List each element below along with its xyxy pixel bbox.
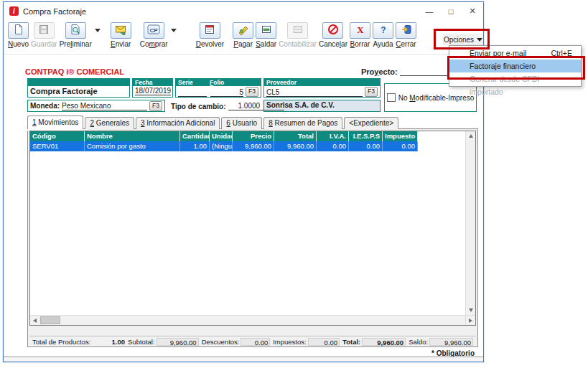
minimize-button[interactable]: — <box>419 2 440 20</box>
scroll-up-icon[interactable] <box>466 131 475 141</box>
contpaq-logo-icon: i <box>9 6 19 16</box>
grid-empty-area[interactable] <box>30 151 465 315</box>
horizontal-scrollbar[interactable] <box>30 315 465 325</box>
pagar-button[interactable]: Pagar <box>233 22 253 48</box>
preview-icon <box>70 24 81 38</box>
col-header-precio[interactable]: Precio <box>233 131 274 141</box>
comprar-button[interactable]: CP Comprar <box>140 22 168 48</box>
tab-bar: 1 Movimientos 2 Generales 3 Información … <box>27 116 400 129</box>
contabilizar-button: Contabilizar <box>279 22 317 48</box>
tipo-cambio-label: Tipo de cambio: <box>171 103 226 110</box>
folio-input[interactable]: 5 <box>210 88 243 97</box>
serie-folio-box: Serie Folio 5 F3 <box>175 78 261 98</box>
menu-shortcut: Ctrl+E <box>551 47 572 60</box>
scroll-down-icon[interactable] <box>466 306 475 315</box>
devolver-button[interactable]: Devolver <box>196 22 224 48</box>
fecha-box: Fecha 18/07/2019 <box>132 78 173 98</box>
save-icon <box>38 24 50 38</box>
moneda-f3-button[interactable]: F3 <box>149 101 162 111</box>
no-modificable-box: No Modificable-Impreso <box>384 83 477 112</box>
tab-informacion-adicional[interactable]: 3 Información Adicional <box>136 117 220 129</box>
window-bottom-frame <box>4 357 483 362</box>
descuentos-label: Descuentos: <box>202 338 240 346</box>
menu-item-enviar-email[interactable]: Enviar por e-mail Ctrl+E <box>449 47 581 60</box>
col-header-iva[interactable]: I.V.A. <box>317 131 349 141</box>
comprar-dropdown-arrow-icon[interactable] <box>171 29 177 32</box>
moneda-box: Moneda: Peso Mexicano F3 <box>27 100 165 112</box>
preliminar-button[interactable]: Preliminar <box>60 22 92 48</box>
send-mail-icon <box>115 24 126 38</box>
doc-type-header <box>28 79 129 86</box>
proveedor-box: Proveedor CL5 F3 <box>263 78 381 98</box>
enviar-button[interactable]: Enviar <box>111 22 131 48</box>
exit-door-icon <box>401 24 412 38</box>
fecha-input[interactable]: 18/07/2019 <box>135 87 171 95</box>
totals-bar: Total de Productos: 1.00 Subtotal: 9,960… <box>29 336 476 346</box>
col-header-iesps[interactable]: I.E.S.P.S <box>349 131 383 141</box>
doc-type-box: Compra Factoraje <box>27 78 130 98</box>
tab-generales[interactable]: 2 Generales <box>85 117 134 129</box>
cancel-icon <box>327 24 339 38</box>
toolbar: Nuevo Guardar Preliminar Enviar CP <box>4 20 483 55</box>
window-title: Compra Factoraje <box>23 7 86 16</box>
tab-resumen-pagos[interactable]: 8 Resumen de Pagos <box>263 117 342 129</box>
svg-text:?: ? <box>381 24 386 34</box>
borrar-button[interactable]: X Borrar <box>350 22 370 48</box>
preliminar-dropdown-arrow-icon[interactable] <box>95 29 101 32</box>
col-header-nombre[interactable]: Nombre <box>85 131 180 141</box>
guardar-button: Guardar <box>31 22 57 48</box>
col-header-cantidad[interactable]: Cantidad <box>180 131 210 141</box>
proveedor-f3-button[interactable]: F3 <box>365 87 378 97</box>
brand-label: CONTPAQ i® COMERCIAL <box>25 67 124 76</box>
movements-grid: Código Nombre Cantidad Unidad Precio Tot… <box>29 131 476 326</box>
folio-f3-button[interactable]: F3 <box>246 87 258 97</box>
doc-type-title: Compra Factoraje <box>28 86 129 96</box>
col-header-codigo[interactable]: Código <box>30 131 85 141</box>
new-document-icon <box>13 24 24 38</box>
scroll-right-icon[interactable] <box>466 315 475 325</box>
svg-text:X: X <box>357 24 364 35</box>
col-header-impuesto3[interactable]: Impuesto 3 <box>383 131 418 141</box>
moneda-input[interactable]: Peso Mexicano <box>62 102 147 110</box>
nuevo-button[interactable]: Nuevo <box>8 22 29 48</box>
saldo-label: Saldo: <box>409 338 428 346</box>
serie-header: Serie <box>178 79 210 86</box>
movimientos-panel: Código Nombre Cantidad Unidad Precio Tot… <box>27 128 478 347</box>
app-window: i Compra Factoraje — □ ✕ Nuevo Guardar P… <box>3 1 484 362</box>
total-productos-value: 1.00 <box>92 338 125 346</box>
return-document-icon <box>204 24 215 38</box>
menu-item-factoraje-financiero[interactable]: Factoraje financiero <box>449 60 581 72</box>
settle-icon <box>261 24 272 38</box>
serie-input[interactable] <box>178 96 207 97</box>
saldar-button[interactable]: Saldar <box>256 22 276 48</box>
tab-movimientos[interactable]: 1 Movimientos <box>27 115 83 129</box>
impuestos-value: 0.00 <box>308 338 340 346</box>
no-modificable-checkbox[interactable] <box>387 93 396 102</box>
title-bar: i Compra Factoraje — □ ✕ <box>4 2 483 20</box>
col-header-unidad[interactable]: Unidad <box>210 131 233 141</box>
menu-item-generar-cfdi: Generar desde CFDI importado <box>449 72 581 85</box>
tab-usuario[interactable]: 6 Usuario <box>221 117 262 129</box>
total-value: 9,960.00 <box>362 338 406 346</box>
folio-header: Folio <box>210 79 224 86</box>
tipo-cambio-input[interactable]: 1.0000 <box>228 102 284 110</box>
tipo-cambio-row: Tipo de cambio: 1.0000 <box>171 102 284 110</box>
vertical-scrollbar[interactable] <box>465 131 475 325</box>
tab-expediente[interactable]: <Expediente> <box>344 117 398 129</box>
opciones-dropdown-arrow-icon <box>477 38 482 42</box>
maximize-button[interactable]: □ <box>440 2 462 20</box>
cp-comprar-icon: CP <box>147 24 160 37</box>
cancelar-button[interactable]: Cancelar <box>319 22 347 48</box>
accounting-icon <box>292 24 304 38</box>
scroll-left-icon[interactable] <box>30 316 39 325</box>
proveedor-header: Proveedor <box>266 79 297 86</box>
opciones-button[interactable]: Opciones <box>443 34 483 45</box>
close-button[interactable]: ✕ <box>462 2 483 20</box>
proveedor-input[interactable]: CL5 <box>266 88 363 97</box>
table-row-selected[interactable]: SERV01 Comisión por gasto 1.00 (Ninguno)… <box>30 141 465 151</box>
col-header-total[interactable]: Total <box>274 131 317 141</box>
ayuda-button[interactable]: ? Ayuda <box>373 22 393 48</box>
cerrar-button[interactable]: Cerrar <box>396 22 416 48</box>
impuestos-label: Impuestos: <box>273 338 306 346</box>
horizontal-scroll-thumb[interactable] <box>40 316 60 324</box>
